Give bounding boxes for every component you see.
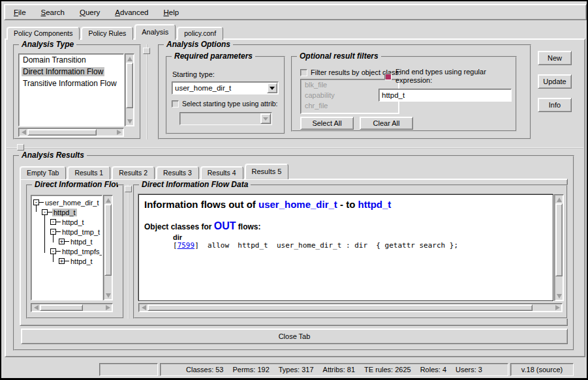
tab-results-1[interactable]: Results 1 — [67, 166, 110, 179]
tree-expand-icon[interactable]: + — [59, 258, 65, 264]
filter-object-class-checkbox[interactable] — [300, 69, 307, 76]
combobox-dropdown-icon — [260, 113, 271, 124]
scroll-right-arrow-icon[interactable] — [104, 304, 112, 312]
scroll-down-arrow-icon[interactable] — [125, 117, 134, 126]
te-rule-line: [7599] allow httpd_t user_home_dir_t : d… — [173, 241, 548, 250]
stat-classes: Classes: 53 — [186, 366, 223, 373]
rule-number-link[interactable]: 7599 — [178, 241, 195, 250]
list-item-disabled: chr_file — [301, 100, 399, 111]
menu-bar: File Search Query Advanced Help — [4, 4, 587, 20]
tree-data-divider — [128, 184, 129, 319]
flow-tree-title: Direct Information Flow Tree — [32, 180, 118, 189]
flow-data-title: Direct Information Flow Data — [139, 180, 251, 189]
analysis-options-title: Analysis Options — [164, 40, 233, 49]
tab-analysis[interactable]: Analysis — [134, 24, 176, 40]
data-vertical-scrollbar[interactable] — [554, 194, 564, 301]
scrollbar-thumb[interactable] — [40, 304, 83, 311]
object-class-name: dir — [173, 233, 548, 241]
tree-collapse-icon[interactable]: - — [33, 199, 39, 205]
stat-perms: Perms: 192 — [233, 366, 270, 373]
menu-search[interactable]: Search — [39, 7, 67, 18]
flow-heading: Information flows out of user_home_dir_t… — [144, 199, 548, 210]
scroll-up-arrow-icon[interactable] — [125, 54, 134, 63]
apol-window: File Search Query Advanced Help Policy C… — [0, 0, 588, 380]
menu-advanced[interactable]: Advanced — [112, 7, 151, 18]
tree-node[interactable]: + httpd_t — [31, 256, 102, 266]
tree-collapse-icon[interactable]: - — [50, 229, 56, 235]
info-button[interactable]: Info — [538, 98, 572, 112]
regex-input[interactable] — [379, 89, 512, 102]
status-policy-stats: Classes: 53 Perms: 192 Types: 317 Attrib… — [160, 363, 508, 376]
scroll-left-arrow-icon[interactable] — [31, 304, 40, 312]
analysis-type-listbox: Domain Transition Direct Information Flo… — [18, 53, 124, 126]
tab-policy-conf[interactable]: policy.conf — [177, 27, 223, 40]
tree-node[interactable]: - httpd_tmp_t — [31, 227, 102, 237]
scrollbar-thumb[interactable] — [147, 304, 533, 311]
required-parameters-title: Required parameters — [172, 51, 255, 61]
tab-policy-components[interactable]: Policy Components — [7, 27, 80, 40]
vertical-scrollbar[interactable] — [125, 53, 134, 126]
scroll-down-arrow-icon[interactable] — [104, 291, 112, 300]
tab-results-2[interactable]: Results 2 — [112, 166, 155, 179]
results-sash-handle[interactable] — [17, 144, 24, 151]
scrollbar-thumb[interactable] — [104, 204, 112, 276]
tree-expand-icon[interactable]: + — [59, 239, 65, 244]
clear-all-button[interactable]: Clear All — [360, 117, 413, 130]
list-item[interactable]: Transitive Information Flow — [19, 78, 123, 89]
tab-policy-rules[interactable]: Policy Rules — [81, 27, 133, 40]
tree-node[interactable]: - user_home_dir_t — [31, 197, 102, 207]
menu-query[interactable]: Query — [77, 7, 102, 18]
close-tab-button[interactable]: Close Tab — [21, 329, 568, 344]
new-button[interactable]: New — [538, 51, 572, 65]
stat-types: Types: 317 — [279, 366, 314, 373]
scroll-left-arrow-icon[interactable] — [19, 128, 27, 137]
flow-data-textarea[interactable]: Information flows out of user_home_dir_t… — [138, 194, 553, 301]
start-type-text: user_home_dir_t — [258, 199, 337, 210]
flow-tree: - user_home_dir_t - httpd_t - httpd_t - … — [31, 195, 102, 300]
scroll-left-arrow-icon[interactable] — [139, 304, 147, 312]
scroll-up-arrow-icon[interactable] — [555, 195, 563, 203]
stat-attribs: Attribs: 81 — [323, 366, 356, 373]
scroll-up-arrow-icon[interactable] — [104, 196, 112, 204]
horizontal-scrollbar[interactable] — [18, 128, 124, 137]
tab-results-4[interactable]: Results 4 — [200, 166, 243, 179]
tree-node[interactable]: + httpd_t — [31, 237, 102, 246]
analysis-results-title: Analysis Results — [19, 151, 87, 160]
update-button[interactable]: Update — [538, 74, 572, 89]
combobox-dropdown-icon[interactable] — [267, 83, 277, 93]
scrollbar-thumb[interactable] — [555, 203, 563, 276]
tree-horizontal-scrollbar[interactable] — [31, 303, 113, 312]
tree-data-sash-handle[interactable] — [125, 186, 132, 192]
scroll-right-arrow-icon[interactable] — [115, 128, 123, 137]
tab-results-5[interactable]: Results 5 — [245, 164, 289, 179]
attrib-checkbox-label: Select starting type using attrib: — [182, 100, 278, 108]
stat-te-rules: TE rules: 2625 — [364, 366, 411, 373]
menu-help[interactable]: Help — [161, 7, 181, 18]
menu-file[interactable]: File — [11, 7, 29, 18]
regex-checkbox-label: Find end types using regular expression: — [395, 68, 512, 85]
tree-node[interactable]: - httpd_t — [31, 217, 102, 227]
regex-checkbox[interactable] — [384, 73, 392, 80]
status-empty-box — [99, 363, 158, 376]
pane-divider — [146, 44, 147, 139]
starting-type-combobox[interactable]: user_home_dir_t — [172, 81, 279, 95]
list-item-selected[interactable]: Direct Information Flow — [19, 66, 123, 78]
tree-vertical-scrollbar[interactable] — [103, 195, 113, 300]
flow-direction-text: OUT — [214, 220, 236, 231]
scroll-down-arrow-icon[interactable] — [555, 292, 563, 300]
tab-results-3[interactable]: Results 3 — [156, 166, 199, 179]
tree-node[interactable]: - httpd_tmpfs_t — [31, 246, 102, 256]
tree-collapse-icon[interactable]: - — [50, 248, 56, 254]
scrollbar-thumb[interactable] — [27, 129, 97, 136]
scroll-right-arrow-icon[interactable] — [553, 304, 562, 312]
tree-collapse-icon[interactable]: - — [50, 219, 56, 225]
tree-collapse-icon[interactable]: - — [42, 209, 48, 215]
attrib-checkbox[interactable] — [172, 100, 179, 108]
scrollbar-thumb[interactable] — [126, 63, 133, 108]
tree-node-selected[interactable]: - httpd_t — [31, 207, 102, 217]
data-horizontal-scrollbar[interactable] — [138, 303, 563, 312]
pane-sash-handle[interactable] — [143, 48, 150, 54]
tab-empty[interactable]: Empty Tab — [20, 166, 66, 179]
select-all-button[interactable]: Select All — [300, 117, 354, 130]
list-item[interactable]: Domain Transition — [19, 54, 123, 66]
